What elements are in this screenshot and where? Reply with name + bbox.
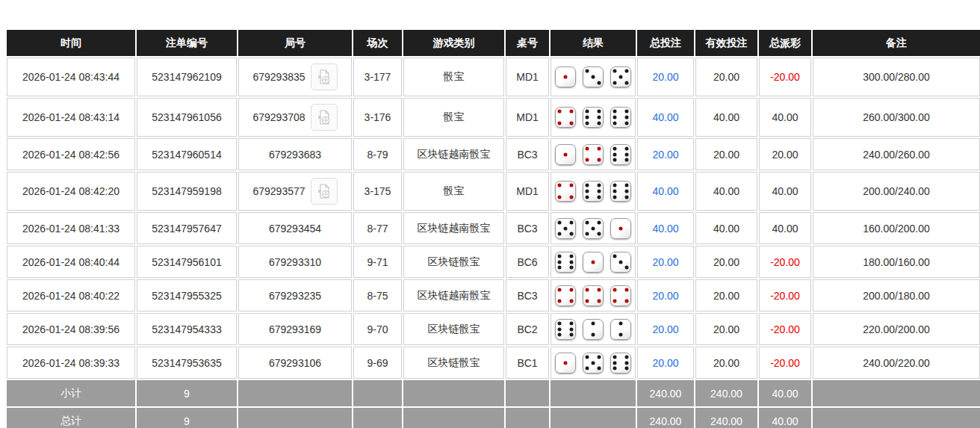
round-cell: 679293310 <box>238 246 352 278</box>
total-bet-cell: 40.00 <box>637 98 694 137</box>
valid-bet-cell: 20.00 <box>695 347 757 379</box>
time-cell: 2026-01-24 08:43:14 <box>7 98 135 137</box>
die-pip <box>586 288 589 291</box>
die-pip <box>613 152 617 156</box>
session-cell: 3-175 <box>353 172 402 211</box>
die-pip <box>624 361 628 365</box>
die-pip <box>613 367 617 370</box>
die-pip <box>613 361 617 365</box>
round-number: 679293454 <box>269 223 321 235</box>
die-pip <box>558 333 562 337</box>
die-pip <box>592 321 595 325</box>
die-pip <box>558 300 562 303</box>
remark-cell: 260.00/300.00 <box>813 98 980 137</box>
time-cell: 2026-01-24 08:42:56 <box>7 138 135 170</box>
game-type-cell: 区块链骰宝 <box>403 347 504 379</box>
die-pip <box>558 232 562 236</box>
column-header-round: 局号 <box>238 30 352 56</box>
die-pip <box>586 195 589 199</box>
video-replay-button[interactable] <box>311 104 338 131</box>
total-bet-cell: 40.00 <box>637 212 694 244</box>
column-header-time: 时间 <box>7 30 135 56</box>
die-pip <box>624 116 628 120</box>
dice-result <box>553 107 633 128</box>
die-pip <box>586 116 589 120</box>
payout-cell: 40.00 <box>759 98 811 137</box>
column-header-table-no: 桌号 <box>506 30 549 56</box>
session-cell: 9-69 <box>353 347 402 379</box>
round-cell: 679293577 <box>238 172 352 211</box>
valid-bet-cell: 20.00 <box>695 58 757 96</box>
round-cell-inner: 679293683 <box>241 149 350 161</box>
die-pip <box>569 266 573 270</box>
table-no-cell: MD1 <box>506 172 549 211</box>
die-pip <box>558 327 562 331</box>
empty-footer-cell <box>238 408 352 428</box>
round-number: 679293835 <box>252 71 305 83</box>
total-bet-cell: 20.00 <box>637 313 694 345</box>
session-cell: 9-70 <box>353 313 402 345</box>
die-pip <box>597 288 601 291</box>
remark-cell: 240.00/260.00 <box>813 138 980 170</box>
bet-id-cell: 523147959198 <box>137 172 237 211</box>
round-number: 679293577 <box>252 185 305 197</box>
die-face-4 <box>555 107 576 128</box>
total-bet-cell: 20.00 <box>637 58 694 96</box>
die-pip <box>586 146 589 150</box>
total-bet-cell: 40.00 <box>637 172 694 211</box>
session-cell: 3-177 <box>353 58 402 96</box>
payout-cell: -20.00 <box>759 347 811 379</box>
dice-result <box>553 218 633 239</box>
die-pip <box>592 260 595 264</box>
video-replay-button[interactable] <box>311 178 338 205</box>
bet-id-cell: 523147953635 <box>137 347 237 379</box>
die-face-6 <box>555 319 576 340</box>
die-face-5 <box>583 353 604 373</box>
die-pip <box>624 81 628 84</box>
die-pip <box>569 327 573 331</box>
die-pip <box>558 184 562 187</box>
payout-cell: 20.00 <box>759 138 811 170</box>
die-pip <box>586 300 589 303</box>
round-cell: 679293835 <box>238 58 352 96</box>
empty-footer-cell <box>403 408 504 428</box>
subtotal-row: 小计9240.00240.0040.00 <box>7 380 980 406</box>
round-cell-inner: 679293235 <box>241 290 350 302</box>
result-cell <box>551 347 636 379</box>
payout-cell: 40.00 <box>759 172 811 211</box>
die-pip <box>624 152 628 156</box>
die-pip <box>564 226 568 230</box>
die-pip <box>592 333 595 337</box>
die-pip <box>586 69 589 73</box>
die-pip <box>597 158 601 162</box>
video-replay-button[interactable] <box>311 63 338 90</box>
die-pip <box>597 367 601 370</box>
bet-id-cell: 523147955325 <box>137 279 237 311</box>
game-type-cell: 区块链越南骰宝 <box>403 212 504 244</box>
empty-footer-cell <box>813 408 980 428</box>
die-pip <box>619 260 623 264</box>
die-pip <box>624 195 628 199</box>
empty-footer-cell <box>403 380 504 406</box>
empty-footer-cell <box>353 408 402 428</box>
die-pip <box>569 288 573 291</box>
die-pip <box>569 220 573 224</box>
die-pip <box>613 355 617 359</box>
total-bet-cell: 20.00 <box>637 279 694 311</box>
header-row: 时间注单编号局号场次游戏类别桌号结果总投注有效投注总派彩备注 <box>7 30 980 56</box>
dice-result <box>553 353 633 373</box>
die-pip <box>558 220 562 224</box>
die-pip <box>586 184 589 187</box>
die-pip <box>597 195 601 199</box>
round-number: 679293169 <box>269 323 321 335</box>
round-cell-inner: 679293454 <box>241 223 350 235</box>
round-number: 679293106 <box>269 357 321 369</box>
empty-footer-cell <box>813 380 980 406</box>
die-face-2 <box>583 319 604 340</box>
dice-result <box>553 285 633 306</box>
game-type-cell: 区块链越南骰宝 <box>403 279 504 311</box>
table-row: 2026-01-24 08:43:14523147961056679293708… <box>7 98 980 137</box>
dice-result <box>553 319 633 340</box>
subtotal-label: 小计 <box>7 380 135 406</box>
die-pip <box>613 288 617 291</box>
